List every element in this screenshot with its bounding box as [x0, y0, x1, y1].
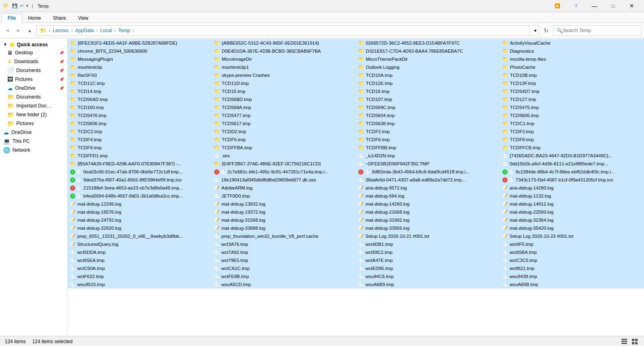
- list-item[interactable]: 📄wct5DDA.tmp: [68, 248, 212, 256]
- list-item[interactable]: 📝Setup Log 2020-10-23 #001.txt: [500, 232, 644, 240]
- list-item[interactable]: ✓📄9c1384de-88b4-4c7f-88ee-ebf62ddb4f3c.t…: [500, 168, 644, 176]
- list-item[interactable]: ✓📄9ded370a-f007-40a1-80d1-8ff23964ef0f.t…: [68, 176, 212, 184]
- list-item[interactable]: 📁TCDF5.tmp: [212, 136, 356, 144]
- quick-access-header[interactable]: ▼ ⭐ Quick access: [0, 40, 67, 48]
- tab-share[interactable]: Share: [47, 13, 72, 23]
- list-item[interactable]: 📄.ses: [212, 152, 356, 160]
- tab-view[interactable]: View: [72, 13, 95, 23]
- list-item[interactable]: 📁TCDF3.tmp: [500, 128, 644, 136]
- list-item[interactable]: 📄wct79E5.tmp: [212, 256, 356, 264]
- list-item[interactable]: 📄wctED95.tmp: [356, 264, 500, 272]
- list-item[interactable]: 📄wct3A76.tmp: [212, 240, 356, 248]
- list-item[interactable]: 📁0266572D-36C2-4952-8EE3-D154BFA7F97C: [356, 39, 500, 47]
- list-item[interactable]: 📝mat-debug-22560.log: [500, 208, 644, 216]
- list-item[interactable]: 📝mat-debug-35420.log: [500, 224, 644, 232]
- list-item[interactable]: 📁TCDF4.tmp: [68, 136, 212, 144]
- list-item[interactable]: 📝mat-debug-32364.log: [500, 216, 644, 224]
- close-button[interactable]: ✕: [622, 0, 641, 12]
- path-part-lenovo[interactable]: Lenovo: [53, 28, 68, 33]
- list-item[interactable]: 📁TCD5606.tmp: [68, 119, 212, 128]
- list-item[interactable]: 📁MessagingPlugin: [68, 55, 212, 63]
- list-item[interactable]: 📁TCDFFBA.tmp: [212, 144, 356, 152]
- list-item[interactable]: 📝mat-debug-24792.log: [68, 216, 212, 224]
- list-item[interactable]: 📁{E4FF2B67-37AE-4B6E-82EF-0C756218C1CD}: [212, 160, 356, 168]
- list-item[interactable]: 📄~DFEE5B2D90F642F392.TMP: [356, 160, 500, 168]
- list-item[interactable]: 📁Outlook Logging: [356, 63, 500, 71]
- list-item[interactable]: 📄wctFE8B.tmp: [212, 272, 356, 280]
- list-item[interactable]: 📝mat-debug-564.log: [356, 192, 500, 200]
- list-item[interactable]: 📁{B5A74A39-F8ED-4298-AAF0-07E908A7F387} …: [68, 160, 212, 168]
- list-item[interactable]: 📁TCD107.tmp: [356, 95, 500, 103]
- sidebar-item-newfolder[interactable]: 📁 New folder (2): [0, 110, 67, 119]
- tab-file[interactable]: File: [2, 13, 22, 23]
- list-item[interactable]: 📁TCD54D7.tmp: [500, 87, 644, 95]
- large-icons-view-button[interactable]: [630, 337, 639, 346]
- tab-home[interactable]: Home: [22, 13, 47, 23]
- list-item[interactable]: 📁TCDF9.tmp: [68, 144, 212, 152]
- back-button[interactable]: ◀: [2, 26, 12, 35]
- list-item[interactable]: 📁D321E817-C7D4-4D93-BAA4-786E85AEBA7C: [356, 47, 500, 55]
- list-item[interactable]: 📝mat-debug-21668.log: [356, 208, 500, 216]
- list-item[interactable]: 📁TCD569C.tmp: [356, 103, 500, 111]
- list-item[interactable]: 📄{7426DADC-BA23-4647-92D3-B1D977A3449C}.…: [500, 152, 644, 160]
- search-input[interactable]: [563, 28, 638, 33]
- list-item[interactable]: ✓📄0ea03c00-91ec-47ab-8706-0bb6e772c1df.t…: [68, 168, 212, 176]
- list-item[interactable]: 📄wsuA5CD.tmp: [212, 280, 356, 288]
- forward-button[interactable]: ▶: [14, 26, 23, 35]
- list-item[interactable]: 📄wsu9515.tmp: [68, 280, 212, 288]
- list-item[interactable]: 📝mat-debug-14260.log: [356, 200, 500, 208]
- list-item[interactable]: ✓📄b4ea5694-648b-4567-8d01-3b1a0dfea3cc.t…: [68, 192, 212, 200]
- list-item[interactable]: 📝prep_6051_13231_20262_0_x86__8wekyb3d8b…: [68, 232, 212, 240]
- sidebar-item-pictures2[interactable]: 📁 Pictures: [0, 119, 67, 128]
- list-item[interactable]: 📝mat-debug-31992.log: [356, 216, 500, 224]
- list-item[interactable]: 📁mozilla-temp-files: [500, 55, 644, 63]
- list-item[interactable]: 📝mat-debug-33888.log: [212, 224, 356, 232]
- list-item[interactable]: 📝StructuredQuery.log: [68, 240, 212, 248]
- list-item[interactable]: 📝mat-debug-1132.log: [500, 192, 644, 200]
- refresh-button[interactable]: ↻: [541, 25, 551, 36]
- list-item[interactable]: 📁TCD5605.tmp: [500, 111, 644, 119]
- list-item[interactable]: 📄wctC3C5.tmp: [500, 256, 644, 264]
- path-part-appdata[interactable]: AppData: [75, 28, 94, 33]
- list-item[interactable]: 📁Diagnostics: [500, 47, 644, 55]
- search-box[interactable]: 🔍: [553, 25, 642, 36]
- list-item[interactable]: 📁TCD5475.tmp: [500, 103, 644, 111]
- list-item[interactable]: 📁TCDF6.tmp: [356, 136, 500, 144]
- list-item[interactable]: 📄wct7A92.tmp: [212, 248, 356, 256]
- list-item[interactable]: 📝mat-debug-33956.log: [356, 224, 500, 232]
- list-item[interactable]: 📄wsuA65B.tmp: [500, 280, 644, 288]
- list-item[interactable]: 📁TCD5476.tmp: [68, 111, 212, 119]
- list-item[interactable]: !📄2c7e681c-bfe1-495c-9c91-447281c71e4a.t…: [212, 168, 356, 176]
- list-item[interactable]: 📁MicroThemePackDir: [356, 55, 500, 63]
- list-item[interactable]: 📁RarSFX0: [68, 71, 212, 79]
- list-item[interactable]: 📁TCDC1.tmp: [500, 119, 644, 128]
- list-item[interactable]: 📁TCD5604.tmp: [356, 111, 500, 119]
- list-item[interactable]: 📝mat-debug-19372.log: [212, 208, 356, 216]
- list-item[interactable]: 📝aria-debug-9572.log: [356, 184, 500, 192]
- list-item[interactable]: 📄wsu9438.tmp: [500, 272, 644, 280]
- list-item[interactable]: 📝mat-debug-32920.log: [68, 224, 212, 232]
- list-item[interactable]: 📁TCD10A.tmp: [356, 71, 500, 79]
- maximize-button[interactable]: □: [604, 0, 622, 12]
- list-item[interactable]: !📄7343c173-f3ef-4087-b1cf-0f9a431205cf.t…: [500, 176, 644, 184]
- list-item[interactable]: 📁MicroImageDir: [212, 55, 356, 63]
- list-item[interactable]: 📁TCD13F.tmp: [500, 79, 644, 87]
- quick-save-icon[interactable]: 💾: [12, 3, 18, 8]
- list-item[interactable]: !📄3df82eda-3b43-4064-b8c8-6da0fcd451ff.t…: [356, 168, 500, 176]
- path-chevron[interactable]: ▾: [531, 25, 539, 36]
- list-item[interactable]: 📁TCDD2.tmp: [212, 128, 356, 136]
- list-item[interactable]: 📝mat-debug-13932.log: [212, 200, 356, 208]
- list-item[interactable]: 📁TCD5617.tmp: [212, 119, 356, 128]
- path-part-temp[interactable]: Temp: [118, 28, 130, 33]
- list-item[interactable]: 📁skype-preview Crashes: [212, 71, 356, 79]
- list-item[interactable]: 📝mat-debug-16576.log: [68, 208, 212, 216]
- sidebar-item-downloads[interactable]: ⬇ Downloads 📌: [0, 57, 67, 66]
- list-item[interactable]: 📝mat-debug-31568.log: [212, 216, 356, 224]
- list-item[interactable]: 📁TCDC2.tmp: [68, 128, 212, 136]
- list-item[interactable]: 📄wctCA1C.tmp: [212, 264, 356, 272]
- list-item[interactable]: 📄wctF622.tmp: [68, 272, 212, 280]
- list-item[interactable]: 📁msohtmlclip1: [212, 63, 356, 71]
- list-item[interactable]: 📁TCD56AD.tmp: [68, 95, 212, 103]
- list-item[interactable]: 📁TCD14.tmp: [68, 87, 212, 95]
- list-item[interactable]: 📁TCD11D.tmp: [212, 79, 356, 87]
